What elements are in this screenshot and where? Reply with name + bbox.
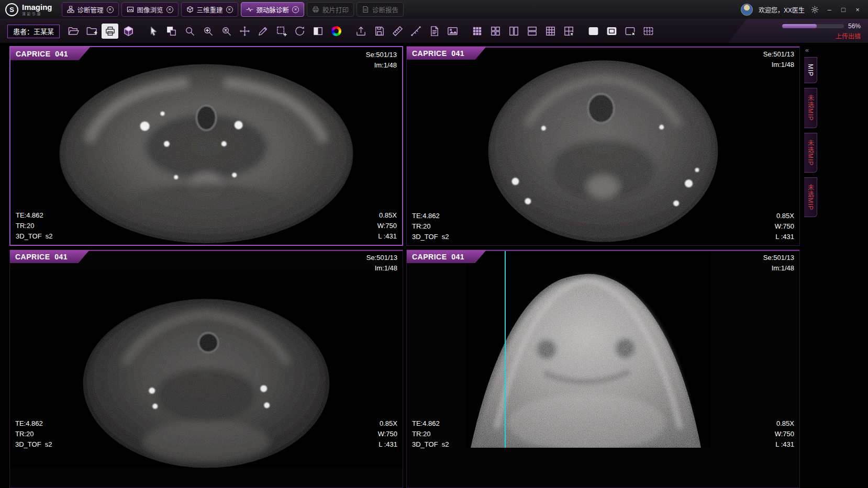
upload-progress-bar (782, 24, 844, 28)
tab-label: 颈动脉诊断 (257, 5, 290, 15)
save-icon[interactable] (371, 24, 387, 39)
minimize-button[interactable]: – (825, 6, 833, 14)
sidebar-tab-1[interactable]: MIP (804, 57, 817, 83)
volume-3d-icon[interactable] (120, 24, 137, 39)
image-export-icon[interactable] (444, 24, 461, 39)
collapse-chevron-icon[interactable]: « (805, 46, 813, 54)
color-wheel-icon[interactable] (328, 24, 344, 39)
user-avatar[interactable] (741, 4, 753, 16)
upload-error-text: 上传出错 (836, 31, 861, 40)
mri-image (10, 47, 402, 245)
toolbar-group-2 (144, 24, 344, 39)
grid-2x2-icon[interactable] (487, 24, 504, 39)
recon-3d-icon (186, 6, 194, 13)
app-subtitle: 清影华康 (22, 12, 52, 16)
magnifier-icon[interactable] (181, 24, 198, 39)
series-info: Se:501/13Im:1/48 (763, 49, 794, 70)
app-title: Imaging (22, 3, 52, 11)
tab-report[interactable]: 诊断报告 (357, 2, 404, 17)
viewport-top-right[interactable]: CAPRICE 041 Se:501/13Im:1/48 TE:4.862TR:… (406, 46, 800, 246)
mri-image (10, 250, 403, 487)
sidebar-tab-label: 未选MIP (806, 184, 815, 210)
tab-label: 胶片打印 (322, 5, 349, 15)
scan-params: TE:4.862TR:203D_TOF s2 (412, 418, 449, 450)
diagnosis-manage-icon (67, 6, 74, 13)
viewport-bottom-left[interactable]: CAPRICE 041 Se:501/13Im:1/48 TE:4.862TR:… (9, 249, 403, 488)
folder-open-icon[interactable] (65, 24, 82, 39)
tab-close-icon[interactable]: × (107, 6, 114, 13)
scan-params: TE:4.862TR:203D_TOF s2 (15, 418, 52, 450)
tab-film-print[interactable]: 胶片打印 (307, 2, 354, 17)
film-print-icon (312, 6, 319, 13)
mip-sidebar: « MIP未选MIP未选MIP未选MIP (800, 46, 868, 488)
layout-remove-icon[interactable] (621, 24, 638, 39)
tab-close-icon[interactable]: × (166, 6, 173, 13)
upload-status-panel: 56% 上传出错 (728, 19, 868, 43)
reference-line[interactable] (505, 250, 506, 448)
roi-add-icon[interactable] (273, 24, 290, 39)
image-browse-icon (127, 6, 134, 13)
pan-icon[interactable] (236, 24, 253, 39)
series-info: Se:501/13Im:1/48 (763, 253, 794, 274)
print-icon[interactable] (102, 24, 118, 39)
ruler-icon[interactable] (389, 24, 406, 39)
toolbar-group-1 (65, 24, 137, 39)
toolbar: 患者：王某某 56% 上传出错 (0, 19, 868, 43)
series-label: CAPRICE 041 (10, 47, 90, 60)
grid-3x3-icon[interactable] (542, 24, 559, 39)
upload-icon[interactable] (352, 24, 369, 39)
series-info: Se:501/13Im:1/48 (366, 50, 397, 71)
tab-carotid-waveform[interactable]: 颈动脉诊断× (241, 2, 305, 17)
mri-image (407, 47, 799, 245)
mri-image (465, 250, 711, 448)
tool-groups (65, 24, 664, 39)
tab-close-icon[interactable]: × (292, 6, 299, 13)
split-vertical-icon[interactable] (505, 24, 522, 39)
top-right-controls: 欢迎您，XX医生 – □ × (741, 4, 868, 16)
tab-label: 图像浏览 (137, 5, 163, 15)
patient-name-box: 患者：王某某 (7, 25, 60, 38)
sidebar-tab-4[interactable]: 未选MIP (804, 177, 817, 217)
sidebar-tab-label: 未选MIP (806, 95, 815, 121)
measure-line-icon[interactable] (407, 24, 424, 39)
display-params: 0.85XW:750L :431 (378, 418, 397, 450)
film-grid-icon[interactable] (640, 24, 656, 39)
pencil-icon[interactable] (254, 24, 271, 39)
viewport-top-left[interactable]: CAPRICE 041 Se:501/13Im:1/48 TE:4.862TR:… (9, 46, 403, 246)
layout-inset-icon[interactable] (603, 24, 620, 39)
sidebar-tab-3[interactable]: 未选MIP (804, 133, 817, 173)
zoom-in-icon[interactable] (199, 24, 216, 39)
grid-remove-icon[interactable] (560, 24, 577, 39)
viewport-grid: CAPRICE 041 Se:501/13Im:1/48 TE:4.862TR:… (9, 46, 800, 488)
contrast-icon[interactable] (309, 24, 326, 39)
folder-add-icon[interactable] (83, 24, 100, 39)
tab-label: 诊断管理 (77, 5, 104, 15)
split-horizontal-icon[interactable] (524, 24, 540, 39)
sidebar-tab-label: 未选MIP (806, 140, 815, 166)
sidebar-tab-2[interactable]: 未选MIP (804, 88, 817, 128)
report-icon (362, 6, 369, 13)
tab-recon-3d[interactable]: 三维重建× (181, 2, 238, 17)
maximize-button[interactable]: □ (839, 6, 848, 14)
table-grid-icon[interactable] (469, 24, 485, 39)
tab-image-browse[interactable]: 图像浏览× (121, 2, 179, 17)
report-doc-icon[interactable] (426, 24, 442, 39)
tile-windows-icon[interactable] (163, 24, 180, 39)
toolbar-group-5 (585, 24, 656, 39)
rotate-icon[interactable] (291, 24, 308, 39)
tab-diagnosis-manage[interactable]: 诊断管理× (62, 2, 119, 17)
display-params: 0.85XW:750L :431 (775, 418, 794, 450)
settings-gear-icon[interactable] (810, 5, 819, 14)
close-button[interactable]: × (853, 6, 862, 14)
zoom-cancel-icon[interactable] (218, 24, 235, 39)
viewport-bottom-right[interactable]: CAPRICE 041 Se:501/13Im:1/48 TE:4.862TR:… (406, 249, 800, 488)
upload-progress-fill (782, 24, 817, 28)
tab-bar: 诊断管理×图像浏览×三维重建×颈动脉诊断×胶片打印诊断报告 (62, 0, 404, 19)
display-params: 0.85XW:750L :431 (775, 211, 794, 242)
cursor-icon[interactable] (144, 24, 161, 39)
tab-close-icon[interactable]: × (226, 6, 233, 13)
layout-single-icon[interactable] (585, 24, 602, 39)
display-params: 0.85XW:750L :431 (377, 210, 397, 242)
sidebar-tab-label: MIP (807, 64, 814, 76)
upload-progress-percent: 56% (848, 22, 861, 30)
